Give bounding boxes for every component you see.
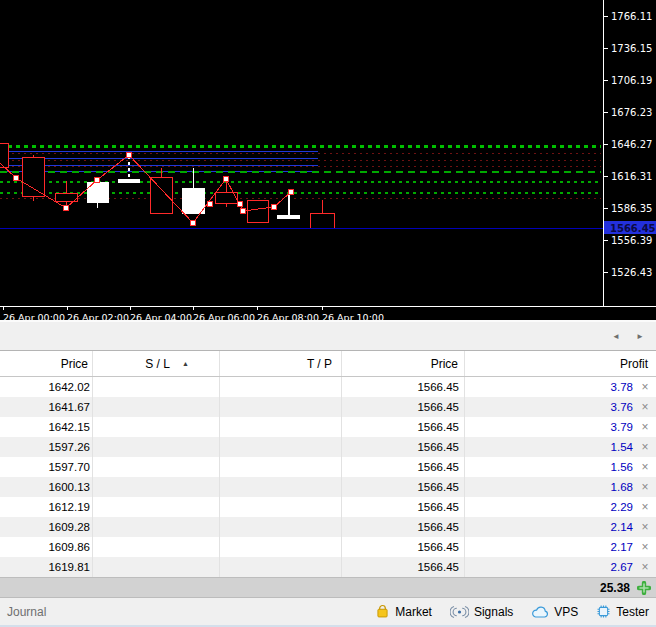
sl-cell (93, 557, 220, 577)
open-price-cell: 1600.13 (0, 477, 93, 497)
table-row[interactable]: 1597.70 1566.45 1.56 × (0, 457, 656, 477)
white-marker-bar (277, 215, 300, 219)
price-axis-label: 1556.39 (611, 235, 652, 246)
tp-cell (220, 537, 342, 557)
open-price-cell: 1612.19 (0, 497, 93, 517)
zigzag-point-marker (289, 190, 294, 195)
new-order-plus-icon[interactable] (637, 581, 651, 595)
sl-cell (93, 437, 220, 457)
price-axis-label: 1526.43 (611, 267, 652, 278)
tp-cell (220, 417, 342, 437)
zigzag-point-marker (272, 205, 277, 210)
sl-cell (93, 497, 220, 517)
chart-background (0, 0, 656, 320)
tp-cell (220, 397, 342, 417)
current-price-cell: 1566.45 (342, 477, 465, 497)
trade-table: Price S / L ▲ T / P Price Profit 1642.02… (0, 350, 656, 597)
close-position-icon[interactable]: × (640, 561, 650, 573)
tp-cell (220, 517, 342, 537)
time-axis-label: 26 Apr 04:00 (130, 312, 192, 320)
price-axis-label: 1586.35 (611, 203, 652, 214)
open-price-cell: 1619.81 (0, 557, 93, 577)
market-bag-icon (375, 604, 390, 619)
close-position-icon[interactable]: × (640, 381, 650, 393)
current-price-cell: 1566.45 (342, 397, 465, 417)
price-axis-label: 1706.19 (611, 75, 652, 86)
price-axis-label: 1616.31 (611, 171, 652, 182)
close-position-icon[interactable]: × (640, 421, 650, 433)
profit-cell: 2.17 × (465, 537, 656, 557)
sl-cell (93, 417, 220, 437)
current-price-cell: 1566.45 (342, 437, 465, 457)
candle-body (182, 188, 204, 213)
tp-cell (220, 557, 342, 577)
tp-cell (220, 477, 342, 497)
time-axis-label: 26 Apr 10:00 (322, 312, 384, 320)
zigzag-point-marker (241, 209, 246, 214)
price-axis-label: 1736.15 (611, 43, 652, 54)
close-position-icon[interactable]: × (640, 441, 650, 453)
close-position-icon[interactable]: × (640, 481, 650, 493)
open-price-cell: 1609.86 (0, 537, 93, 557)
current-price-cell: 1566.45 (342, 557, 465, 577)
profit-cell: 3.78 × (465, 377, 656, 397)
tab-market[interactable]: Market (375, 604, 432, 619)
close-position-icon[interactable]: × (640, 521, 650, 533)
table-row[interactable]: 1597.26 1566.45 1.54 × (0, 437, 656, 457)
open-price-cell: 1642.15 (0, 417, 93, 437)
profit-cell: 2.67 × (465, 557, 656, 577)
sl-cell (93, 397, 220, 417)
tp-cell (220, 497, 342, 517)
candle-body (55, 193, 77, 201)
col-header-tp[interactable]: T / P (220, 351, 342, 376)
table-row[interactable]: 1600.13 1566.45 1.68 × (0, 477, 656, 497)
candle-body (247, 200, 268, 222)
trade-table-body: 1642.02 1566.45 3.78 × 1641.67 1566.45 3… (0, 377, 656, 577)
current-price-cell: 1566.45 (342, 377, 465, 397)
tp-cell (220, 437, 342, 457)
col-header-sl[interactable]: S / L ▲ (93, 351, 220, 376)
sl-cell (93, 457, 220, 477)
col-header-price-current[interactable]: Price (342, 351, 465, 376)
price-axis-label: 1766.11 (611, 11, 652, 22)
table-row[interactable]: 1642.02 1566.45 3.78 × (0, 377, 656, 397)
table-row[interactable]: 1612.19 1566.45 2.29 × (0, 497, 656, 517)
candle-body (87, 182, 108, 202)
tab-vps[interactable]: VPS (531, 605, 578, 619)
zigzag-point-marker (127, 153, 132, 158)
price-chart-svg[interactable]: 1766.111736.151706.191676.231646.271616.… (0, 0, 656, 320)
open-price-cell: 1609.28 (0, 517, 93, 537)
close-position-icon[interactable]: × (640, 541, 650, 553)
tab-tester[interactable]: Tester (596, 604, 649, 619)
close-position-icon[interactable]: × (640, 501, 650, 513)
tp-cell (220, 457, 342, 477)
tab-signals[interactable]: Signals (450, 605, 513, 619)
candle-body (0, 143, 8, 167)
candle-body (22, 157, 44, 196)
col-header-price-open[interactable]: Price (0, 351, 93, 376)
sort-ascending-icon: ▲ (182, 360, 189, 367)
candle-body (310, 213, 334, 228)
chart-tab-strip: ◄ ► (0, 320, 656, 350)
table-row[interactable]: 1619.81 1566.45 2.67 × (0, 557, 656, 577)
close-position-icon[interactable]: × (640, 401, 650, 413)
profit-cell: 2.29 × (465, 497, 656, 517)
candle-body (150, 177, 172, 213)
price-axis-label: 1676.23 (611, 107, 652, 118)
table-row[interactable]: 1642.15 1566.45 3.79 × (0, 417, 656, 437)
profit-cell: 2.14 × (465, 517, 656, 537)
table-row[interactable]: 1641.67 1566.45 3.76 × (0, 397, 656, 417)
chart-tabs-scroll-left-icon[interactable]: ◄ (610, 332, 622, 341)
tab-journal[interactable]: Journal (7, 605, 46, 619)
col-header-profit[interactable]: Profit (465, 351, 656, 376)
chart-tabs-scroll-right-icon[interactable]: ► (634, 332, 646, 341)
tp-cell (220, 377, 342, 397)
tester-chip-icon (596, 604, 611, 619)
table-row[interactable]: 1609.86 1566.45 2.17 × (0, 537, 656, 557)
signals-broadcast-icon (450, 605, 469, 619)
table-row[interactable]: 1609.28 1566.45 2.14 × (0, 517, 656, 537)
status-tabs: Market Signals VPS (375, 604, 649, 619)
sl-cell (93, 517, 220, 537)
time-axis-label: 26 Apr 02:00 (67, 312, 129, 320)
close-position-icon[interactable]: × (640, 461, 650, 473)
